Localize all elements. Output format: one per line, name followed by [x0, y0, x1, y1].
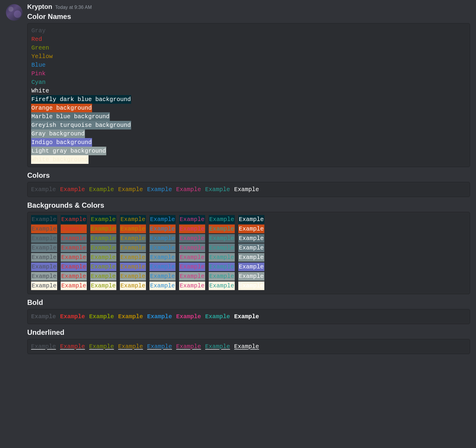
matrix-cell: Example — [31, 215, 57, 224]
matrix-row-white: ExampleExampleExampleExampleExampleExamp… — [31, 281, 466, 290]
matrix-cell: Example — [149, 272, 176, 281]
codeblock-bold[interactable]: ExampleExampleExampleExampleExampleExamp… — [27, 309, 470, 324]
matrix-row-lgray: ExampleExampleExampleExampleExampleExamp… — [31, 272, 466, 281]
matrix-cell: Example — [238, 225, 264, 233]
matrix-cell: Example — [179, 263, 205, 271]
matrix-cell: Example — [90, 244, 116, 252]
matrix-cell: Example — [149, 225, 176, 233]
matrix-cell: Example — [61, 272, 87, 281]
matrix-cell: Example — [209, 244, 235, 252]
heading-underlined: Underlined — [27, 328, 470, 337]
color-name-entry: Yellow — [31, 52, 53, 61]
example-blue: Example — [147, 186, 172, 193]
matrix-cell: Example — [61, 234, 87, 243]
color-name-entry: Blue — [31, 61, 46, 69]
example-pink: Example — [176, 186, 201, 193]
matrix-cell: Example — [238, 281, 264, 290]
example-yellow: Example — [118, 186, 143, 193]
message-content: Krypton Today at 9:36 AM Color Names Gra… — [27, 3, 470, 358]
color-name-entry: Pink — [31, 69, 46, 78]
example-blue: Example — [147, 313, 172, 320]
color-name-entry: Light gray background — [31, 147, 106, 155]
matrix-cell: Example — [120, 244, 146, 252]
heading-bg-colors: Backgrounds & Colors — [27, 201, 470, 209]
matrix-cell: Example — [209, 272, 235, 281]
matrix-cell: Example — [90, 253, 116, 262]
matrix-cell: Example — [120, 272, 146, 281]
matrix-cell: Example — [179, 215, 205, 224]
color-name-entry: Green — [31, 44, 49, 52]
matrix-cell: Example — [179, 272, 205, 281]
message: Krypton Today at 9:36 AM Color Names Gra… — [6, 3, 470, 358]
matrix-cell: Example — [238, 215, 264, 224]
example-white: Example — [234, 343, 259, 350]
matrix-cell: Example — [149, 244, 176, 252]
matrix-row-marble: ExampleExampleExampleExampleExampleExamp… — [31, 234, 466, 243]
matrix-row-indigo: ExampleExampleExampleExampleExampleExamp… — [31, 263, 466, 271]
heading-colors: Colors — [27, 171, 470, 180]
matrix-row-gray: ExampleExampleExampleExampleExampleExamp… — [31, 253, 466, 262]
matrix-cell: Example — [238, 263, 264, 271]
matrix-row-orange: ExampleExampleExampleExampleExampleExamp… — [31, 225, 466, 233]
example-red: Example — [60, 186, 85, 193]
matrix-cell: Example — [120, 215, 146, 224]
example-blue: Example — [147, 343, 172, 350]
matrix-cell: Example — [149, 234, 176, 243]
example-cyan: Example — [205, 343, 230, 350]
matrix-cell: Example — [120, 234, 146, 243]
example-gray: Example — [31, 313, 56, 320]
color-name-entry: Firefly dark blue background — [31, 95, 131, 104]
matrix-cell: Example — [149, 263, 176, 271]
matrix-cell: Example — [120, 225, 146, 233]
matrix-cell: Example — [120, 281, 146, 290]
matrix-cell: Example — [120, 253, 146, 262]
matrix-cell: Example — [149, 215, 176, 224]
example-gray: Example — [31, 343, 56, 350]
color-name-entry: White — [31, 87, 49, 95]
matrix-cell: Example — [120, 263, 146, 271]
matrix-cell: Example — [31, 272, 57, 281]
example-cyan: Example — [205, 313, 230, 320]
matrix-cell: Example — [90, 215, 116, 224]
matrix-cell: Example — [61, 244, 87, 252]
codeblock-bg-colors[interactable]: ExampleExampleExampleExampleExampleExamp… — [27, 212, 470, 294]
matrix-cell: Example — [238, 244, 264, 252]
matrix-cell: Example — [209, 225, 235, 233]
matrix-cell: Example — [179, 244, 205, 252]
example-red: Example — [60, 343, 85, 350]
example-green: Example — [89, 313, 114, 320]
matrix-cell: Example — [209, 281, 235, 290]
matrix-cell: Example — [90, 272, 116, 281]
matrix-cell: Example — [209, 253, 235, 262]
matrix-cell: Example — [209, 263, 235, 271]
matrix-cell: Example — [61, 253, 87, 262]
timestamp: Today at 9:36 AM — [55, 5, 92, 10]
example-white: Example — [234, 186, 259, 193]
example-green: Example — [89, 186, 114, 193]
matrix-cell: Example — [179, 281, 205, 290]
matrix-cell: Example — [31, 244, 57, 252]
matrix-cell: Example — [238, 234, 264, 243]
matrix-cell: Example — [31, 281, 57, 290]
codeblock-underlined[interactable]: ExampleExampleExampleExampleExampleExamp… — [27, 339, 470, 354]
matrix-cell: Example — [61, 225, 87, 233]
codeblock-colors[interactable]: ExampleExampleExampleExampleExampleExamp… — [27, 182, 470, 197]
username[interactable]: Krypton — [27, 3, 52, 11]
color-name-entry: Greyish turquoise background — [31, 121, 131, 129]
matrix-cell: Example — [90, 281, 116, 290]
color-name-entry: Gray background — [31, 129, 85, 138]
example-pink: Example — [176, 343, 201, 350]
example-green: Example — [89, 343, 114, 350]
matrix-cell: Example — [179, 234, 205, 243]
example-gray: Example — [31, 186, 56, 193]
matrix-cell: Example — [90, 234, 116, 243]
codeblock-color-names[interactable]: GrayRedGreenYellowBluePinkCyanWhiteFiref… — [27, 23, 470, 167]
example-yellow: Example — [118, 343, 143, 350]
color-name-entry: Indigo background — [31, 138, 92, 147]
example-cyan: Example — [205, 186, 230, 193]
color-name-entry: Cyan — [31, 78, 46, 87]
color-name-entry: Gray — [31, 26, 46, 35]
avatar[interactable] — [6, 4, 22, 21]
example-yellow: Example — [118, 313, 143, 320]
matrix-row-greyturq: ExampleExampleExampleExampleExampleExamp… — [31, 244, 466, 252]
